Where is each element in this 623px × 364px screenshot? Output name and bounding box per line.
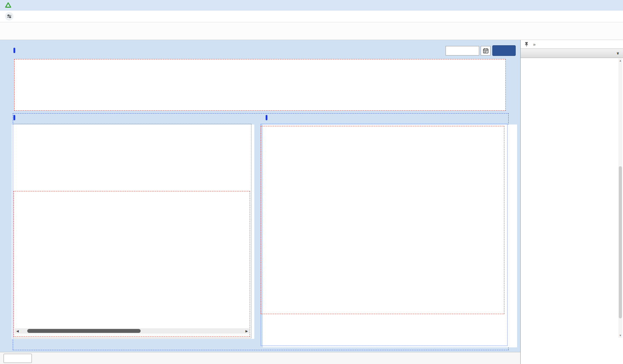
maximize-button[interactable] [590, 0, 607, 11]
title-bar-icon [266, 115, 267, 120]
date-input[interactable] [446, 46, 479, 56]
url-bar [0, 11, 623, 22]
controls-header[interactable]: ∨ [521, 48, 623, 58]
close-button[interactable] [607, 0, 623, 11]
scrollbar-thumb[interactable] [27, 329, 141, 333]
designer-toolbar [0, 22, 623, 40]
calendar-icon [483, 48, 489, 54]
panel-topbar: » [521, 40, 623, 48]
scroll-down-icon[interactable]: ▼ [618, 334, 622, 337]
title-bar-icon [13, 48, 15, 53]
site-settings-icon[interactable] [5, 12, 13, 21]
kpi-panel[interactable] [14, 59, 506, 111]
product-section-title [266, 115, 272, 120]
product-table-selection [261, 126, 504, 314]
form-tab-strip [0, 352, 520, 364]
tab-form1[interactable] [4, 354, 32, 363]
scroll-right-icon[interactable]: ▶ [244, 329, 249, 333]
window-titlebar [0, 0, 623, 11]
title-bar-icon [13, 115, 15, 120]
minimize-button[interactable] [574, 0, 590, 11]
scroll-up-icon[interactable]: ▲ [618, 59, 622, 62]
calendar-button[interactable] [481, 46, 491, 56]
time-section-title [13, 115, 19, 120]
horizontal-scrollbar[interactable]: ◀ ▶ [15, 328, 249, 334]
panel-scrollbar-thumb[interactable] [619, 166, 622, 318]
panel-scrollbar[interactable]: ▲ ▼ [618, 58, 622, 338]
collapse-panel-icon[interactable]: » [533, 42, 536, 47]
search-button[interactable] [492, 45, 516, 56]
chevron-down-icon: ∨ [616, 51, 619, 56]
dashboard-title [13, 48, 19, 53]
properties-panel: » ∨ ▲ ▼ [520, 40, 623, 364]
time-table-selection [13, 191, 250, 337]
pin-icon[interactable] [524, 42, 529, 47]
app-logo-icon [5, 2, 11, 8]
scroll-left-icon[interactable]: ◀ [15, 329, 20, 333]
design-canvas[interactable]: ◀ ▶ [0, 40, 520, 364]
